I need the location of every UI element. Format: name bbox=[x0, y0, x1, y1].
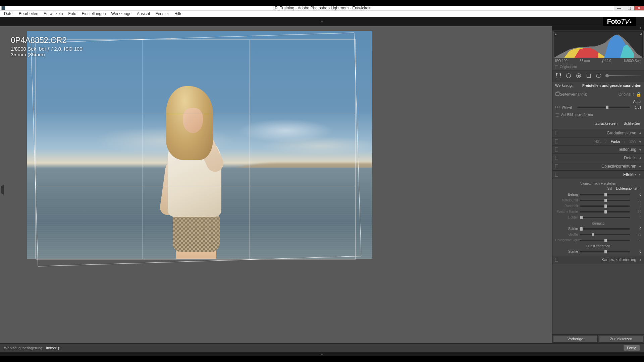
angle-label: Winkel bbox=[562, 106, 575, 109]
svg-rect-0 bbox=[556, 74, 561, 78]
redeye-tool-icon[interactable] bbox=[575, 72, 582, 79]
module-picker-bar[interactable]: ▼ FotoTV. bbox=[0, 17, 644, 26]
close-button[interactable]: ✕ bbox=[634, 6, 644, 10]
canvas-area[interactable]: 0P4A8352.CR2 1/8000 Sek. bei ƒ / 2,0, IS… bbox=[0, 26, 552, 343]
crop-tool-icon[interactable] bbox=[555, 72, 562, 79]
crop-close-button[interactable]: Schließen bbox=[624, 121, 640, 125]
histo-shutter: 1/8000 Sek. bbox=[624, 59, 641, 63]
menu-werkzeuge[interactable]: Werkzeuge bbox=[109, 11, 134, 16]
vignette-stil-row[interactable]: Stil Lichterpriorität ‡ bbox=[552, 186, 644, 192]
koernung-subtitle: Körnung bbox=[552, 220, 644, 226]
panel-gradationskurve[interactable]: Gradationskurve◀ bbox=[552, 129, 644, 137]
done-button[interactable]: Fertig bbox=[623, 345, 640, 351]
right-panel-toggle[interactable] bbox=[552, 26, 644, 31]
svg-point-5 bbox=[596, 74, 601, 78]
menu-foto[interactable]: Foto bbox=[65, 11, 79, 16]
aspect-value[interactable]: Original bbox=[619, 92, 631, 96]
menu-entwickeln[interactable]: Entwickeln bbox=[41, 11, 65, 16]
dunst-subtitle: Dunst entfernen bbox=[552, 243, 644, 249]
gradient-tool-icon[interactable] bbox=[585, 72, 592, 79]
vignette-lichter: Lichter0 bbox=[552, 215, 644, 220]
grain-unregel: Unregelmäßigkeit50 bbox=[552, 237, 644, 243]
aspect-ratio-row[interactable]: Seitenverhältnis: Original ‡ 🔒 bbox=[552, 89, 644, 99]
original-toggle-row[interactable]: Originalfoto bbox=[552, 64, 644, 70]
tool-name-row: Werkzeug: Freistellen und gerade ausrich… bbox=[552, 81, 644, 89]
window-title: LR_Training - Adobe Photoshop Lightroom … bbox=[272, 6, 371, 10]
right-panel-bottom: Vorherige Zurücksetzen bbox=[552, 334, 644, 343]
angle-value[interactable]: 1,81 bbox=[632, 106, 641, 109]
level-icon[interactable] bbox=[555, 105, 560, 109]
window-controls: — ▢ ✕ bbox=[614, 6, 644, 10]
logo-foto: Foto bbox=[607, 18, 621, 25]
filmstrip-toggle[interactable]: ▲ bbox=[0, 352, 644, 356]
constrain-row[interactable]: Auf Bild beschränken bbox=[552, 110, 644, 119]
aspect-icon[interactable] bbox=[555, 92, 560, 97]
panel-objektiv[interactable]: Objektivkorrekturen◀ bbox=[552, 162, 644, 171]
tool-label: Werkzeug: bbox=[555, 83, 573, 87]
histogram[interactable]: ◣◢ bbox=[554, 31, 643, 58]
brush-tool-icon[interactable] bbox=[605, 74, 641, 77]
shadow-clip-icon[interactable]: ◣ bbox=[555, 32, 557, 36]
auto-button[interactable]: Auto bbox=[633, 100, 641, 104]
menu-datei[interactable]: Datei bbox=[1, 11, 16, 16]
histo-aperture: ƒ / 2,0 bbox=[602, 59, 611, 63]
left-panel-toggle[interactable] bbox=[1, 185, 4, 195]
tool-name: Freistellen und gerade ausrichten bbox=[582, 83, 641, 87]
menu-ansicht[interactable]: Ansicht bbox=[134, 11, 153, 16]
menu-hilfe[interactable]: Hilfe bbox=[172, 11, 185, 16]
dunst-staerke[interactable]: Stärke0 bbox=[552, 249, 644, 254]
constrain-label: Auf Bild beschränken bbox=[561, 113, 593, 117]
image-info-overlay: 0P4A8352.CR2 1/8000 Sek. bei ƒ / 2,0, IS… bbox=[11, 36, 82, 57]
image-filename: 0P4A8352.CR2 bbox=[11, 36, 82, 45]
titlebar: LR_Training - Adobe Photoshop Lightroom … bbox=[0, 6, 644, 10]
original-checkbox[interactable] bbox=[555, 65, 558, 68]
svg-rect-4 bbox=[587, 74, 591, 78]
reset-all-button[interactable]: Zurücksetzen bbox=[599, 335, 644, 343]
maximize-button[interactable]: ▢ bbox=[624, 6, 634, 10]
angle-row[interactable]: Winkel 1,81 bbox=[552, 104, 644, 110]
app-icon bbox=[1, 6, 5, 10]
vignette-betrag[interactable]: Betrag0 bbox=[552, 192, 644, 197]
highlight-clip-icon[interactable]: ◢ bbox=[639, 32, 642, 36]
histogram-meta: ISO 100 35 mm ƒ / 2,0 1/8000 Sek. bbox=[552, 58, 644, 64]
aspect-label: Seitenverhältnis: bbox=[560, 92, 587, 96]
right-panel: ◣◢ ISO 100 35 mm ƒ / 2,0 1/8000 Sek. Ori… bbox=[552, 26, 644, 343]
angle-slider[interactable] bbox=[577, 107, 630, 108]
effekte-body: Vignett. nach Freistellen Stil Lichterpr… bbox=[552, 179, 644, 256]
vignette-weiche: Weiche Kante50 bbox=[552, 209, 644, 215]
menu-einstellungen[interactable]: Einstellungen bbox=[79, 11, 108, 16]
image-exposure: 1/8000 Sek. bei ƒ / 2,0, ISO 100 bbox=[11, 46, 82, 52]
histo-focal: 35 mm bbox=[580, 59, 590, 63]
app-window: LR_Training - Adobe Photoshop Lightroom … bbox=[0, 6, 644, 356]
grain-staerke[interactable]: Stärke0 bbox=[552, 226, 644, 232]
previous-button[interactable]: Vorherige bbox=[553, 335, 598, 343]
logo-tv: TV bbox=[621, 18, 629, 25]
overlay-mode-label: Werkzeugüberlagerung: bbox=[4, 346, 43, 350]
vignette-rundheit: Rundheit0 bbox=[552, 203, 644, 209]
panel-kamera[interactable]: Kamerakalibrierung◀ bbox=[552, 256, 644, 264]
radial-tool-icon[interactable] bbox=[595, 72, 602, 79]
original-label: Originalfoto bbox=[560, 65, 577, 69]
fototv-logo: FotoTV. bbox=[603, 17, 636, 26]
svg-point-1 bbox=[567, 74, 571, 78]
histo-iso: ISO 100 bbox=[555, 59, 568, 63]
minimize-button[interactable]: — bbox=[614, 6, 624, 10]
lock-icon[interactable]: 🔒 bbox=[636, 92, 641, 97]
menu-fenster[interactable]: Fenster bbox=[153, 11, 172, 16]
photo-viewport[interactable] bbox=[27, 31, 372, 259]
panel-details[interactable]: Details◀ bbox=[552, 154, 644, 162]
bottom-toolbar: Werkzeugüberlagerung: Immer ‡ Fertig bbox=[0, 343, 644, 352]
crop-reset-button[interactable]: Zurücksetzen bbox=[595, 121, 618, 125]
overlay-mode-value[interactable]: Immer ‡ bbox=[46, 346, 59, 350]
crop-grid[interactable] bbox=[36, 40, 356, 259]
svg-rect-6 bbox=[556, 93, 559, 96]
panel-hsl[interactable]: HSL/ Farbe/ S/W◀ bbox=[552, 137, 644, 145]
vignette-mittelpunkt: Mittelpunkt50 bbox=[552, 197, 644, 203]
svg-point-3 bbox=[578, 75, 579, 76]
spot-tool-icon[interactable] bbox=[565, 72, 572, 79]
menubar: Datei Bearbeiten Entwickeln Foto Einstel… bbox=[0, 10, 644, 17]
panel-teiltonung[interactable]: Teiltonung◀ bbox=[552, 145, 644, 154]
panel-effekte[interactable]: Effekte▼ bbox=[552, 171, 644, 179]
constrain-checkbox[interactable] bbox=[556, 113, 559, 117]
menu-bearbeiten[interactable]: Bearbeiten bbox=[16, 11, 41, 16]
